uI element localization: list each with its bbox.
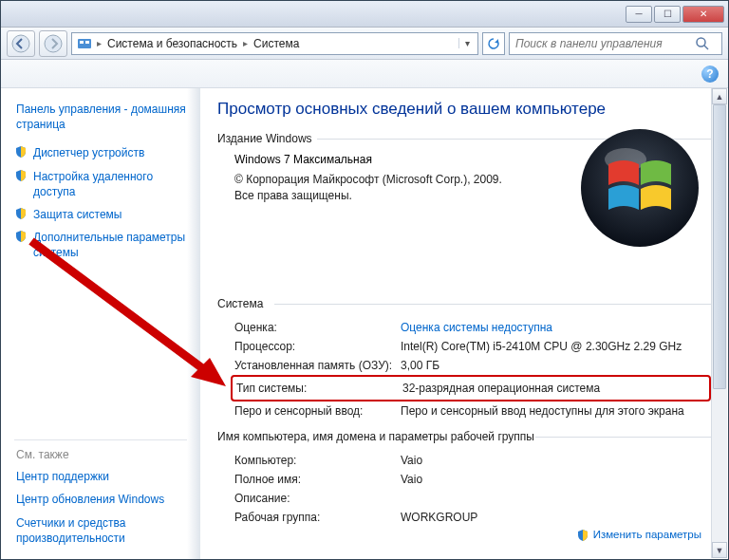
pen-value: Перо и сенсорный ввод недоступны для это… <box>401 404 711 418</box>
sidebar-item-label: Защита системы <box>33 208 122 221</box>
see-also-link[interactable]: Счетчики и средства производительности <box>14 512 187 550</box>
cpu-label: Процессор: <box>234 340 401 353</box>
computer-value: Vaio <box>401 454 711 467</box>
fullname-label: Полное имя: <box>234 473 401 486</box>
highlight-annotation: Тип системы:32-разрядная операционная си… <box>231 375 711 401</box>
close-button[interactable]: ✕ <box>682 6 724 23</box>
copyright-text: © Корпорация Майкрософт (Microsoft Corp.… <box>234 172 519 204</box>
maximize-button[interactable]: ☐ <box>654 6 681 23</box>
titlebar: ─ ☐ ✕ <box>1 1 728 28</box>
svg-rect-4 <box>85 41 89 44</box>
windows-logo-icon <box>578 126 701 250</box>
sidebar-see-also: См. также Центр поддержки Центр обновлен… <box>14 439 187 550</box>
system-group-label: Система <box>217 297 711 310</box>
svg-point-1 <box>45 35 62 52</box>
sidebar-item-device-manager[interactable]: Диспетчер устройств <box>14 141 193 164</box>
system-type-value: 32-разрядная операционная система <box>402 382 709 395</box>
ram-label: Установленная память (ОЗУ): <box>234 359 401 372</box>
refresh-button[interactable] <box>482 32 505 55</box>
scroll-down-button[interactable]: ▼ <box>712 542 727 558</box>
control-panel-icon <box>77 36 92 51</box>
sidebar-item-advanced[interactable]: Дополнительные параметры системы <box>14 226 193 264</box>
sidebar-item-label: Дополнительные параметры системы <box>33 231 185 259</box>
sidebar-item-remote[interactable]: Настройка удаленного доступа <box>14 165 193 203</box>
shield-icon <box>576 529 589 542</box>
change-settings-link[interactable]: Изменить параметры <box>576 529 701 542</box>
cpu-value: Intel(R) Core(TM) i5-2410M CPU @ 2.30GHz… <box>401 340 711 353</box>
search-box[interactable] <box>509 32 722 55</box>
nav-back-button[interactable] <box>7 30 35 57</box>
breadcrumb-current[interactable]: Система <box>250 37 303 50</box>
vertical-scrollbar[interactable]: ▲ ▼ <box>711 88 727 558</box>
sidebar-home-link[interactable]: Панель управления - домашняя страница <box>14 98 193 136</box>
shield-icon <box>14 207 28 220</box>
sidebar-item-label: Настройка удаленного доступа <box>33 170 153 198</box>
svg-point-7 <box>581 129 699 247</box>
navbar: ▸ Система и безопасность ▸ Система ▾ <box>1 28 728 60</box>
search-input[interactable] <box>510 37 695 50</box>
chevron-right-icon: ▸ <box>95 38 103 48</box>
see-also-link[interactable]: Центр поддержки <box>14 465 187 488</box>
sidebar-item-label: Диспетчер устройств <box>33 146 144 159</box>
search-icon <box>695 36 710 51</box>
main-content: Просмотр основных сведений о вашем компь… <box>200 88 728 559</box>
fullname-value: Vaio <box>401 473 711 486</box>
nav-forward-button[interactable] <box>39 30 67 57</box>
scrollbar-thumb[interactable] <box>713 104 726 389</box>
address-bar[interactable]: ▸ Система и безопасность ▸ Система ▾ <box>71 32 478 55</box>
svg-point-5 <box>697 38 705 47</box>
shield-icon <box>14 169 28 182</box>
svg-point-0 <box>12 35 29 52</box>
see-also-header: См. также <box>14 439 187 465</box>
description-label: Описание: <box>234 492 401 505</box>
ram-value: 3,00 ГБ <box>401 359 711 372</box>
toolbar: ? <box>1 60 728 88</box>
change-settings-label: Изменить параметры <box>593 529 701 542</box>
sidebar-item-protection[interactable]: Защита системы <box>14 203 193 226</box>
scroll-up-button[interactable]: ▲ <box>712 88 727 104</box>
workgroup-label: Рабочая группа: <box>234 511 401 524</box>
rating-link[interactable]: Оценка системы недоступна <box>401 321 552 334</box>
description-value <box>401 492 711 505</box>
page-title: Просмотр основных сведений о вашем компь… <box>217 100 711 119</box>
svg-line-6 <box>704 46 708 49</box>
see-also-link[interactable]: Центр обновления Windows <box>14 488 187 511</box>
shield-icon <box>14 230 28 243</box>
network-group-label: Имя компьютера, имя домена и параметры р… <box>217 430 711 443</box>
address-dropdown-icon[interactable]: ▾ <box>458 38 476 48</box>
sidebar: Панель управления - домашняя страница Ди… <box>1 88 200 559</box>
minimize-button[interactable]: ─ <box>626 6 652 23</box>
system-type-label: Тип системы: <box>236 382 402 395</box>
help-icon[interactable]: ? <box>701 65 719 83</box>
workgroup-value: WORKGROUP <box>401 511 711 524</box>
breadcrumb-root[interactable]: Система и безопасность <box>103 37 241 50</box>
svg-rect-3 <box>80 41 84 44</box>
shield-icon <box>14 145 28 159</box>
computer-label: Компьютер: <box>234 454 401 467</box>
chevron-right-icon: ▸ <box>241 38 250 48</box>
pen-label: Перо и сенсорный ввод: <box>234 404 401 418</box>
rating-label: Оценка: <box>234 321 401 334</box>
